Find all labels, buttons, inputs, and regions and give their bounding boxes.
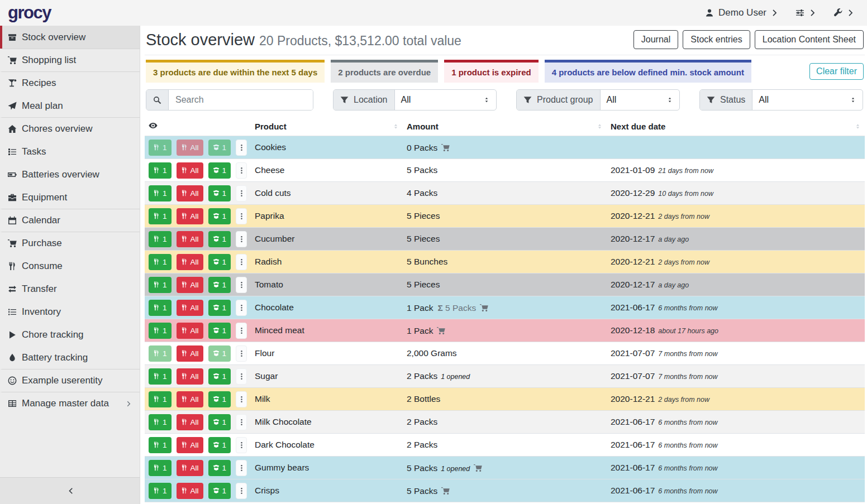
- sidebar-item-battery-tracking[interactable]: Battery tracking: [0, 346, 140, 369]
- row-menu-button[interactable]: [236, 483, 247, 499]
- product-name[interactable]: Milk Chocolate: [251, 411, 403, 434]
- consume-one-button[interactable]: 1: [149, 460, 172, 476]
- open-one-button[interactable]: 1: [208, 368, 231, 385]
- clear-filter-button[interactable]: Clear filter: [809, 63, 864, 80]
- shopping-cart-icon[interactable]: [437, 327, 445, 335]
- consume-all-button[interactable]: All: [177, 300, 203, 316]
- shopping-cart-icon[interactable]: [480, 304, 488, 312]
- consume-all-button[interactable]: All: [177, 345, 203, 362]
- row-menu-button[interactable]: [236, 162, 247, 179]
- product-name[interactable]: Sugar: [251, 365, 403, 388]
- product-name[interactable]: Crisps: [251, 479, 403, 502]
- open-one-button[interactable]: 1: [208, 208, 231, 224]
- user-menu[interactable]: Demo User: [705, 7, 780, 18]
- open-one-button[interactable]: 1: [208, 162, 231, 179]
- location-content-sheet-button[interactable]: Location Content Sheet: [755, 30, 864, 49]
- product-name[interactable]: Cheese: [251, 159, 403, 182]
- open-one-button[interactable]: 1: [208, 140, 231, 156]
- sidebar-item-tasks[interactable]: Tasks: [0, 140, 140, 163]
- product-name[interactable]: Dark Chocolate: [251, 434, 403, 457]
- column-header-next-due-date[interactable]: Next due date: [607, 118, 865, 136]
- consume-one-button[interactable]: 1: [149, 345, 172, 362]
- open-one-button[interactable]: 1: [208, 437, 231, 453]
- consume-all-button[interactable]: All: [177, 208, 203, 224]
- filter-notice-expired[interactable]: 1 product is expired: [444, 60, 539, 83]
- sidebar-item-transfer[interactable]: Transfer: [0, 277, 140, 300]
- stock-entries-button[interactable]: Stock entries: [683, 30, 750, 49]
- shopping-cart-icon[interactable]: [474, 464, 482, 472]
- product-name[interactable]: Minced meat: [251, 319, 403, 342]
- filter-status-select[interactable]: All: [752, 90, 863, 110]
- product-name[interactable]: Cold cuts: [251, 182, 403, 205]
- sidebar-item-stock-overview[interactable]: Stock overview: [0, 26, 140, 49]
- row-menu-button[interactable]: [236, 345, 247, 362]
- consume-all-button[interactable]: All: [177, 140, 203, 156]
- filter-product-group-select[interactable]: All: [601, 90, 679, 110]
- product-name[interactable]: Flour: [251, 342, 403, 365]
- consume-one-button[interactable]: 1: [149, 437, 172, 453]
- open-one-button[interactable]: 1: [208, 300, 231, 316]
- product-name[interactable]: Milk: [251, 388, 403, 411]
- consume-all-button[interactable]: All: [177, 231, 203, 247]
- consume-all-button[interactable]: All: [177, 391, 203, 407]
- open-one-button[interactable]: 1: [208, 323, 231, 339]
- consume-one-button[interactable]: 1: [149, 391, 172, 407]
- consume-one-button[interactable]: 1: [149, 300, 172, 316]
- open-one-button[interactable]: 1: [208, 414, 231, 430]
- sidebar-item-example-userentity[interactable]: Example userentity: [0, 369, 140, 392]
- sidebar-item-chore-tracking[interactable]: Chore tracking: [0, 323, 140, 346]
- product-name[interactable]: Tomato: [251, 273, 403, 296]
- consume-one-button[interactable]: 1: [149, 208, 172, 224]
- row-menu-button[interactable]: [236, 437, 247, 453]
- consume-all-button[interactable]: All: [177, 460, 203, 476]
- row-menu-button[interactable]: [236, 323, 247, 339]
- product-name[interactable]: Radish: [251, 251, 403, 273]
- consume-one-button[interactable]: 1: [149, 483, 172, 499]
- open-one-button[interactable]: 1: [208, 277, 231, 293]
- consume-all-button[interactable]: All: [177, 323, 203, 339]
- open-one-button[interactable]: 1: [208, 345, 231, 362]
- sidebar-item-meal-plan[interactable]: Meal plan: [0, 94, 140, 117]
- sidebar-item-equipment[interactable]: Equipment: [0, 186, 140, 209]
- consume-all-button[interactable]: All: [177, 162, 203, 179]
- consume-one-button[interactable]: 1: [149, 231, 172, 247]
- row-menu-button[interactable]: [236, 140, 247, 156]
- row-menu-button[interactable]: [236, 185, 247, 201]
- product-name[interactable]: Paprika: [251, 205, 403, 228]
- sidebar-item-shopping-list[interactable]: Shopping list: [0, 49, 140, 71]
- column-header-product[interactable]: Product: [251, 118, 403, 136]
- row-menu-button[interactable]: [236, 208, 247, 224]
- shopping-cart-icon[interactable]: [441, 487, 450, 495]
- sidebar-item-chores-overview[interactable]: Chores overview: [0, 117, 140, 140]
- search-input[interactable]: [169, 90, 313, 110]
- sidebar-item-recipes[interactable]: Recipes: [0, 71, 140, 94]
- product-name[interactable]: Gummy bears: [251, 457, 403, 479]
- consume-one-button[interactable]: 1: [149, 323, 172, 339]
- filter-notice-duesoon[interactable]: 3 products are due within the next 5 day…: [146, 60, 325, 83]
- consume-all-button[interactable]: All: [177, 437, 203, 453]
- product-name[interactable]: Cookies: [251, 136, 403, 159]
- consume-all-button[interactable]: All: [177, 368, 203, 385]
- sidebar-item-inventory[interactable]: Inventory: [0, 300, 140, 323]
- sidebar-item-purchase[interactable]: Purchase: [0, 232, 140, 255]
- admin-menu[interactable]: [833, 8, 856, 17]
- open-one-button[interactable]: 1: [208, 483, 231, 499]
- sidebar-item-manage-master-data[interactable]: Manage master data: [0, 392, 140, 415]
- product-name[interactable]: Chocolate: [251, 296, 403, 319]
- product-name[interactable]: Cucumber: [251, 228, 403, 251]
- row-menu-button[interactable]: [236, 300, 247, 316]
- row-menu-button[interactable]: [236, 368, 247, 385]
- row-menu-button[interactable]: [236, 254, 247, 270]
- open-one-button[interactable]: 1: [208, 460, 231, 476]
- open-one-button[interactable]: 1: [208, 231, 231, 247]
- consume-one-button[interactable]: 1: [149, 368, 172, 385]
- consume-one-button[interactable]: 1: [149, 140, 172, 156]
- consume-one-button[interactable]: 1: [149, 414, 172, 430]
- sidebar-item-calendar[interactable]: Calendar: [0, 209, 140, 232]
- row-menu-button[interactable]: [236, 391, 247, 407]
- column-header-amount[interactable]: Amount: [403, 118, 607, 136]
- filter-notice-overdue[interactable]: 2 products are overdue: [331, 60, 438, 83]
- consume-all-button[interactable]: All: [177, 414, 203, 430]
- row-menu-button[interactable]: [236, 277, 247, 293]
- consume-all-button[interactable]: All: [177, 185, 203, 201]
